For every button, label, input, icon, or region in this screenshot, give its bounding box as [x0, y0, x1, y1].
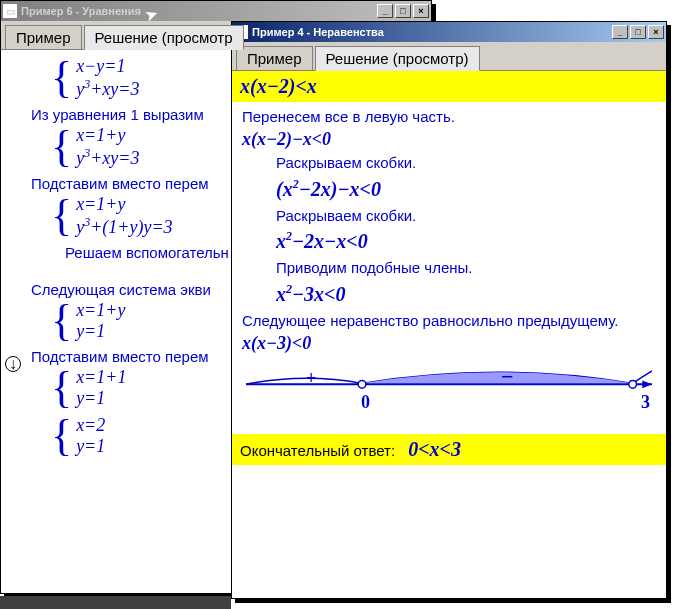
- brace-icon: {: [51, 418, 72, 453]
- bottom-band: [0, 596, 231, 609]
- step-text: Приводим подобные члены.: [276, 259, 656, 276]
- eq-row: x=1+y: [76, 125, 139, 146]
- brace-icon: {: [51, 60, 72, 95]
- eq-row: y=1: [76, 436, 105, 457]
- svg-marker-1: [642, 380, 652, 388]
- titlebar-buttons: _ □ ×: [612, 25, 664, 39]
- eq-row: y3+xy=3: [76, 146, 139, 169]
- maximize-button[interactable]: □: [630, 25, 646, 39]
- collapse-arrow-icon[interactable]: ↓: [5, 356, 21, 372]
- maximize-button[interactable]: □: [395, 4, 411, 18]
- window-title: Пример 4 - Неравенства: [252, 26, 612, 38]
- step-text: Раскрываем скобки.: [276, 154, 656, 171]
- step-text: Перенесем все в левую часть.: [242, 108, 656, 125]
- content-inequalities: x(x−2)<x Перенесем все в левую часть. x(…: [232, 71, 666, 598]
- problem-statement: x(x−2)<x: [232, 71, 666, 102]
- brace-icon: {: [51, 129, 72, 164]
- answer-value: 0<x<3: [408, 438, 461, 460]
- brace-icon: {: [51, 198, 72, 233]
- tab-problem[interactable]: Пример: [236, 46, 313, 70]
- eq-row: x=1+y: [76, 300, 125, 321]
- solution-scroll[interactable]: x(x−2)<x Перенесем все в левую часть. x(…: [232, 71, 666, 598]
- tick-label: 3: [641, 392, 650, 413]
- window-inequalities: ▭ Пример 4 - Неравенства _ □ × Пример Ре…: [231, 21, 667, 599]
- eq-row: x−y=1: [76, 56, 139, 77]
- number-line: + − 0 3: [246, 364, 652, 424]
- brace-icon: {: [51, 370, 72, 405]
- final-answer: Окончательный ответ: 0<x<3: [232, 434, 666, 465]
- app-icon: ▭: [3, 4, 17, 18]
- close-button[interactable]: ×: [413, 4, 429, 18]
- eq-row: y=1: [76, 388, 126, 409]
- titlebar-buttons: _ □ ×: [377, 4, 429, 18]
- equation: x2−2x−x<0: [276, 230, 656, 254]
- close-button[interactable]: ×: [648, 25, 664, 39]
- equation: x(x−3)<0: [242, 333, 656, 354]
- svg-point-2: [358, 380, 366, 388]
- step-text: Раскрываем скобки.: [276, 207, 656, 224]
- answer-label: Окончательный ответ:: [240, 442, 395, 459]
- equation: x2−3x<0: [276, 282, 656, 306]
- eq-row: x=1+1: [76, 367, 126, 388]
- eq-row: y=1: [76, 321, 125, 342]
- eq-row: y3+(1+y)y=3: [76, 215, 172, 238]
- tick-label: 0: [361, 392, 370, 413]
- eq-row: x=1+y: [76, 194, 172, 215]
- tab-problem[interactable]: Пример: [5, 25, 82, 49]
- svg-point-3: [629, 380, 637, 388]
- tab-solution[interactable]: Решение (просмотр: [84, 25, 244, 50]
- brace-icon: {: [51, 303, 72, 338]
- sign-plus: +: [306, 368, 316, 389]
- tabs-inequalities: Пример Решение (просмотр): [232, 42, 666, 71]
- tab-solution[interactable]: Решение (просмотр): [315, 46, 480, 71]
- step-text: Следующее неравенство равносильно предыд…: [242, 312, 656, 329]
- sign-minus: −: [501, 364, 514, 390]
- minimize-button[interactable]: _: [377, 4, 393, 18]
- titlebar-inequalities[interactable]: ▭ Пример 4 - Неравенства _ □ ×: [232, 22, 666, 42]
- window-title: Пример 6 - Уравнения: [21, 5, 377, 17]
- equation: (x2−2x)−x<0: [276, 177, 656, 201]
- eq-row: y3+xy=3: [76, 77, 139, 100]
- equation: x(x−2)−x<0: [242, 129, 656, 150]
- eq-row: x=2: [76, 415, 105, 436]
- minimize-button[interactable]: _: [612, 25, 628, 39]
- titlebar-equations[interactable]: ▭ Пример 6 - Уравнения _ □ ×: [1, 1, 431, 21]
